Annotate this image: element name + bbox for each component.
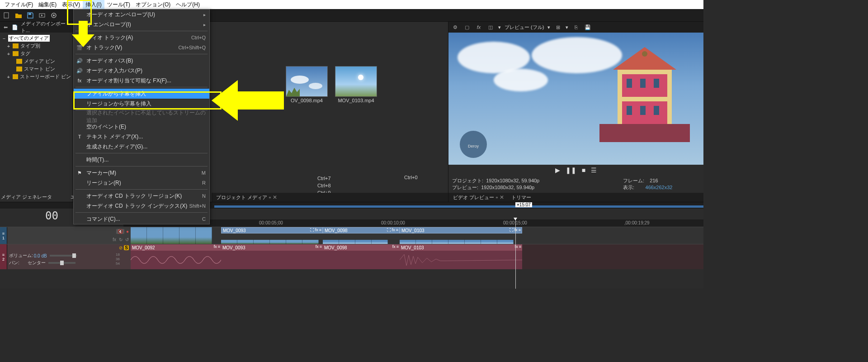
- video-track-content[interactable]: MOV_0093⛶ fx ≡ MOV_0098⛶ fx ≡ MOV_0103⛶ …: [131, 227, 703, 244]
- audio-clip[interactable]: MOV_0093fx ≡: [221, 244, 323, 251]
- media-item[interactable]: OV_0098.mp4: [286, 66, 328, 103]
- close-icon[interactable]: ✕: [500, 194, 504, 200]
- more-icon[interactable]: ≡: [218, 244, 220, 249]
- more-icon[interactable]: ≡: [320, 244, 322, 249]
- fx-icon[interactable]: fx: [214, 244, 217, 249]
- audio-clip[interactable]: MOV_0098fx ≡: [323, 244, 400, 251]
- menu-item[interactable]: オ エンベロープ(I): [74, 19, 209, 29]
- tree-item[interactable]: メディア ビン: [1, 57, 72, 65]
- properties-icon[interactable]: [50, 11, 58, 19]
- pan-slider[interactable]: [48, 262, 75, 264]
- fx-icon[interactable]: fx: [392, 228, 395, 232]
- media-item[interactable]: MOV_0103.mp4: [335, 66, 377, 103]
- crop-icon[interactable]: ⛶: [387, 228, 391, 232]
- audio-clip[interactable]: MOV_0092fx ≡: [131, 244, 221, 251]
- loop-region[interactable]: [214, 205, 703, 208]
- menu-item[interactable]: リージョン(R)R: [74, 178, 209, 188]
- menu-edit[interactable]: 編集(E): [36, 0, 59, 10]
- undock-icon[interactable]: ▫: [496, 195, 498, 200]
- open-icon[interactable]: [14, 11, 23, 19]
- more-icon[interactable]: ≡: [519, 244, 521, 249]
- menu-file[interactable]: ファイル(F): [2, 0, 36, 10]
- crop-icon[interactable]: ⛶: [310, 228, 314, 232]
- tree-item[interactable]: スマート ビン: [1, 65, 72, 73]
- save-snapshot-icon[interactable]: 💾: [584, 23, 592, 31]
- menu-insert[interactable]: 挿入(I): [83, 0, 104, 10]
- save-icon[interactable]: [26, 11, 34, 19]
- menu-item[interactable]: 空のイベント(E): [74, 122, 209, 132]
- play-icon[interactable]: ▶: [555, 167, 560, 174]
- menu-icon[interactable]: ☰: [591, 167, 597, 174]
- render-icon[interactable]: [38, 11, 46, 19]
- solo-icon[interactable]: S: [124, 245, 129, 250]
- undock-icon[interactable]: ▫: [269, 195, 271, 200]
- menu-item[interactable]: fxオーディオ割り当て可能な FX(F)...: [74, 76, 209, 86]
- fx-icon[interactable]: fx: [392, 244, 396, 249]
- track-number[interactable]: ≡1: [0, 227, 7, 244]
- gear-icon[interactable]: ⚙: [451, 23, 459, 31]
- menu-item[interactable]: オーディオ CD トラック リージョン(K)N: [74, 191, 209, 201]
- pause-icon[interactable]: ❚❚: [566, 167, 576, 174]
- menu-item[interactable]: ファイルから字幕を挿入: [74, 89, 209, 99]
- close-icon[interactable]: ✕: [273, 194, 277, 200]
- menu-item[interactable]: 🎬オ トラック(V)Ctrl+Shift+Q: [74, 43, 209, 52]
- menu-item[interactable]: リージョンから字幕を挿入: [74, 99, 209, 109]
- new-project-icon[interactable]: [3, 11, 11, 19]
- reload-icon[interactable]: ↻: [119, 237, 123, 242]
- menu-item[interactable]: 生成されたメディア(G)...: [74, 142, 209, 152]
- menu-item[interactable]: ⚑マーカー(M)M: [74, 168, 209, 178]
- fx-icon[interactable]: fx: [514, 228, 518, 232]
- audio-clip[interactable]: MOV_0103fx ≡: [400, 244, 522, 251]
- menu-item[interactable]: 🔊オーディオ入力バス(P): [74, 66, 209, 76]
- monitor-icon[interactable]: ▢: [463, 23, 471, 31]
- time-ruler[interactable]: 00:00:05;00 00:00:10;00 00:00:15;00 ,00:…: [123, 219, 703, 227]
- fx-icon[interactable]: fx: [475, 23, 483, 31]
- playhead[interactable]: [515, 219, 516, 289]
- menu-view[interactable]: 表示(V): [59, 0, 83, 10]
- menu-item[interactable]: Tテキスト メディア(X)...: [74, 132, 209, 142]
- import-label[interactable]: メディアのインポート...: [21, 20, 71, 34]
- tree-item[interactable]: −すべてのメディア: [1, 34, 72, 42]
- track-number[interactable]: ≡2: [0, 244, 7, 269]
- track-mute-icon[interactable]: 🔇: [116, 229, 124, 234]
- menu-item[interactable]: オーディオ エンベロープ(U): [74, 10, 209, 19]
- video-track-header[interactable]: 🔇 ● fx ↻ ↺: [7, 227, 131, 244]
- menu-item[interactable]: オーディオ CD トラック インデックス(X)Shift+N: [74, 201, 209, 211]
- fx-icon[interactable]: fx: [316, 244, 319, 249]
- video-clip[interactable]: MOV_0103⛶ fx ≡: [400, 227, 522, 233]
- more-icon[interactable]: ≡: [519, 228, 521, 232]
- import-icon[interactable]: 📄: [11, 23, 19, 31]
- copy-icon[interactable]: ⎘: [572, 23, 580, 31]
- fx-icon[interactable]: fx: [315, 228, 318, 232]
- volume-slider[interactable]: [50, 255, 77, 257]
- phase-icon[interactable]: ⊘: [119, 245, 123, 250]
- split-icon[interactable]: ◫: [486, 23, 495, 31]
- more-icon[interactable]: ≡: [396, 228, 398, 232]
- more-icon[interactable]: ≡: [396, 244, 399, 249]
- video-clip[interactable]: MOV_0093⛶ fx ≡: [221, 227, 323, 233]
- back-icon[interactable]: ⬅: [2, 23, 9, 31]
- menu-tools[interactable]: ツール(T): [104, 0, 133, 10]
- more-icon[interactable]: ≡: [319, 228, 321, 232]
- menu-options[interactable]: オプション(O): [133, 0, 173, 10]
- track-fx-icon[interactable]: fx: [113, 237, 116, 242]
- grid-icon[interactable]: ⊞: [554, 23, 562, 31]
- menu-item[interactable]: 🎵ディオ トラック(A)Ctrl+Q: [74, 33, 209, 43]
- menu-item[interactable]: 時間(T)...: [74, 155, 209, 165]
- tab-trimmer[interactable]: トリマー: [509, 193, 534, 202]
- menu-item[interactable]: コマンド(C)...C: [74, 214, 209, 224]
- media-generators-label[interactable]: メディア ジェネレータ: [1, 194, 52, 200]
- track-record-icon[interactable]: ●: [126, 229, 129, 234]
- tab-video-preview[interactable]: ビデオ プレビュー ▫ ✕: [450, 193, 507, 202]
- crop-icon[interactable]: ⛶: [509, 228, 514, 232]
- tab-project-media[interactable]: プロジェクト メディア ▫ ✕: [213, 193, 280, 202]
- menu-item[interactable]: 🔊オーディオ バス(B): [74, 56, 209, 66]
- stop-icon[interactable]: ■: [582, 167, 585, 174]
- preview-quality-label[interactable]: プレビュー (フル): [505, 24, 544, 31]
- reload-icon[interactable]: ↺: [125, 237, 129, 242]
- tree-item[interactable]: +タイプ別: [1, 42, 72, 50]
- audio-track-header[interactable]: ボリューム: 0.0 dB パン: センター ⊘ S 18 36 54: [7, 244, 131, 269]
- video-clip[interactable]: MOV_0098⛶ fx ≡: [323, 227, 400, 233]
- menu-help[interactable]: ヘルプ(H): [173, 0, 203, 10]
- audio-track-content[interactable]: MOV_0092fx ≡ MOV_0093fx ≡ MOV_0098fx ≡ M…: [131, 244, 703, 269]
